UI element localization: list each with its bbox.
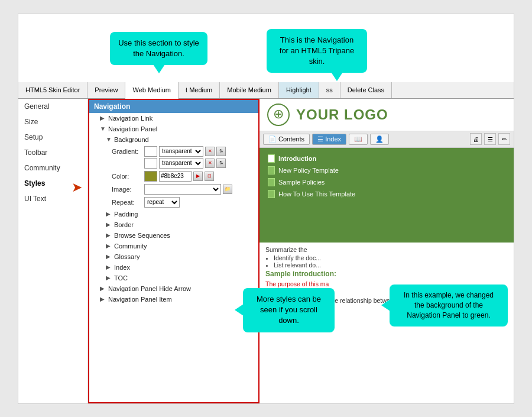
- color-controls: ▶ ⊡: [144, 171, 254, 182]
- nav-item-introduction[interactable]: Introduction: [264, 153, 509, 164]
- tree-item-index[interactable]: Index: [89, 262, 258, 273]
- gradient-controls-2: transparent ✕ ⇅: [144, 158, 254, 169]
- callout-navigation-info: This is the Navigation for an HTML5 Trip…: [267, 29, 367, 73]
- index-icon: ☰: [317, 135, 323, 143]
- color-input[interactable]: [159, 171, 192, 182]
- callout-arrow-down: [153, 64, 165, 73]
- navigation-editor-panel: Navigation Navigation Link Navigation Pa…: [88, 99, 259, 403]
- gradient-field-row-2: transparent ✕ ⇅: [89, 158, 258, 170]
- sidebar-item-toolbar[interactable]: Toolbar: [18, 145, 87, 160]
- callout-background-green: In this example, we changed the backgrou…: [390, 285, 508, 326]
- expand-icon-panel-item: [100, 296, 106, 302]
- tree-item-community[interactable]: Community: [89, 241, 258, 251]
- repeat-select[interactable]: repeat: [144, 197, 180, 208]
- tree-item-nav-panel-item[interactable]: Navigation Panel Item: [89, 294, 258, 305]
- sidebar-item-size[interactable]: Size: [18, 114, 87, 130]
- tree-item-nav-panel[interactable]: Navigation Panel: [89, 124, 258, 134]
- tree-item-border[interactable]: Border: [89, 219, 258, 230]
- nav-item-new-policy[interactable]: New Policy Template: [264, 164, 509, 176]
- index-tab-btn[interactable]: ☰ Index: [312, 134, 346, 145]
- person-tab-btn[interactable]: 👤: [370, 134, 389, 145]
- expand-icon-nav-panel: [100, 126, 106, 132]
- list-icon[interactable]: ☰: [484, 133, 496, 145]
- repeat-controls: repeat: [144, 197, 254, 208]
- gradient-select-2[interactable]: transparent: [159, 158, 203, 169]
- tab-web-medium[interactable]: Web Medium: [125, 82, 179, 99]
- tab-skin-editor[interactable]: HTML5 Skin Editor: [18, 82, 87, 98]
- doc-icon-how-to-use: [268, 190, 275, 198]
- expand-icon-padding: [106, 211, 112, 217]
- preview-toolbar: 📄 Contents ☰ Index 📖 👤 🖨 ☰ ✏: [259, 131, 514, 148]
- expand-icon-glossary: [106, 254, 112, 260]
- tab-preview[interactable]: Preview: [87, 82, 125, 98]
- edit-icon[interactable]: ✏: [498, 133, 510, 145]
- doc-icon-introduction: [268, 154, 275, 163]
- print-icon[interactable]: 🖨: [470, 133, 482, 145]
- sidebar-item-community[interactable]: Community: [18, 160, 87, 176]
- gradient-row-1: transparent ✕ ⇅: [144, 146, 226, 157]
- gradient-btn-arr-2[interactable]: ⇅: [216, 159, 226, 168]
- sidebar-item-setup[interactable]: Setup: [18, 130, 87, 145]
- logo-area: ⊕ YOUR LOGO: [259, 99, 514, 131]
- logo-icon: ⊕: [267, 103, 290, 127]
- sample-intro-label: Sample introduction:: [265, 270, 508, 278]
- svg-text:⊕: ⊕: [273, 106, 284, 121]
- sidebar-item-general[interactable]: General: [18, 99, 87, 114]
- tab-delete-class[interactable]: Delete Class: [340, 82, 392, 98]
- color-btn-1[interactable]: ▶: [193, 172, 203, 181]
- tab-mobile-medium[interactable]: Mobile Medium: [220, 82, 279, 98]
- summarize-line: Summarize the: [265, 246, 508, 253]
- tree-item-glossary[interactable]: Glossary: [89, 251, 258, 262]
- callout-arrow-down-right: [331, 72, 343, 81]
- gradient-row-2: transparent ✕ ⇅: [144, 158, 226, 169]
- styles-arrow-indicator: ➤: [72, 180, 82, 195]
- callout-arrow-left: [235, 304, 244, 316]
- color-field-row: Color: ▶ ⊡: [89, 170, 258, 183]
- main-content-area: Navigation Navigation Link Navigation Pa…: [88, 99, 514, 403]
- callout-more-styles: More styles can be seen if you scroll do…: [243, 288, 335, 332]
- repeat-field-row: Repeat: repeat: [89, 196, 258, 209]
- left-sidebar: General Size Setup Toolbar Community Sty…: [18, 99, 88, 403]
- tab-highlight[interactable]: Highlight: [279, 82, 319, 98]
- image-select[interactable]: [144, 184, 221, 195]
- image-btn[interactable]: 📁: [223, 185, 232, 194]
- expand-icon-border: [106, 222, 112, 228]
- tree-item-background[interactable]: Background: [89, 134, 258, 145]
- gradient-select-1[interactable]: transparent: [159, 146, 203, 157]
- image-controls: 📁: [144, 184, 254, 195]
- tab-t-medium[interactable]: t Medium: [179, 82, 220, 98]
- gradient-controls: transparent ✕ ⇅: [144, 146, 254, 157]
- gradient-color-swatch-2[interactable]: [144, 158, 157, 169]
- tab-ss[interactable]: ss: [319, 82, 340, 98]
- expand-icon-hide-arrow: [100, 286, 106, 292]
- bullet-item-1: Identify the doc...: [274, 254, 508, 261]
- contents-icon: 📄: [268, 135, 277, 143]
- color-swatch[interactable]: [144, 171, 157, 182]
- gradient-btn-red-1[interactable]: ✕: [205, 147, 215, 156]
- bullet-list: Identify the doc... List relevant do...: [265, 254, 508, 269]
- gradient-color-swatch-1[interactable]: [144, 146, 157, 157]
- tree-item-nav-hide-arrow[interactable]: Navigation Panel Hide Arrow: [89, 283, 258, 294]
- image-field-row: Image: 📁: [89, 183, 258, 196]
- nav-item-how-to-use[interactable]: How To Use This Template: [264, 188, 509, 200]
- bullet-item-2: List relevant do...: [274, 261, 508, 269]
- book-tab-btn[interactable]: 📖: [349, 134, 368, 145]
- expand-icon-community: [106, 243, 112, 249]
- tab-bar: HTML5 Skin Editor Preview Web Medium t M…: [18, 82, 514, 99]
- tree-item-browse-sequences[interactable]: Browse Sequences: [89, 230, 258, 241]
- callout-style-navigation: Use this section to style the Navigation…: [110, 32, 207, 65]
- callout-arrow-left-2: [381, 299, 390, 311]
- doc-icon-sample-policies: [268, 178, 275, 186]
- expand-icon-nav-link: [100, 115, 106, 121]
- contents-tab-btn[interactable]: 📄 Contents: [263, 134, 310, 145]
- nav-item-sample-policies[interactable]: Sample Policies: [264, 176, 509, 188]
- nav-panel-header: Navigation: [89, 100, 258, 113]
- tree-item-nav-link[interactable]: Navigation Link: [89, 113, 258, 124]
- tree-item-padding[interactable]: Padding: [89, 209, 258, 219]
- gradient-btn-red-2[interactable]: ✕: [205, 159, 215, 168]
- gradient-label: Gradient:: [112, 148, 144, 155]
- tree-item-toc[interactable]: TOC: [89, 273, 258, 283]
- gradient-btn-arr-1[interactable]: ⇅: [216, 147, 226, 156]
- gradient-field-row: Gradient: transparent ✕ ⇅: [89, 145, 258, 158]
- color-btn-2[interactable]: ⊡: [205, 172, 214, 181]
